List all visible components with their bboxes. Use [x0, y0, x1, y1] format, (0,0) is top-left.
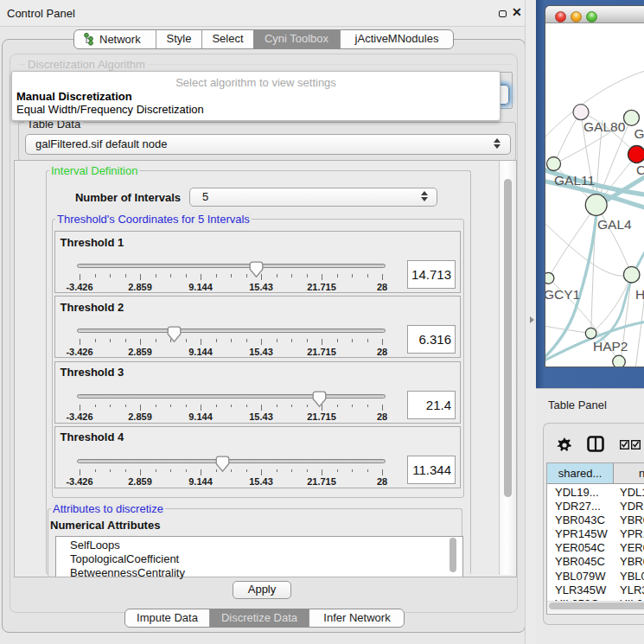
svg-text:GAL11: GAL11: [554, 173, 595, 188]
svg-text:GAL4: GAL4: [597, 217, 632, 232]
svg-text:C: C: [636, 163, 644, 177]
svg-text:H: H: [635, 287, 644, 302]
svg-text:HAP2: HAP2: [593, 339, 628, 354]
svg-text:G.: G.: [634, 126, 644, 141]
svg-text:GCY1: GCY1: [545, 287, 580, 302]
svg-text:GAL80: GAL80: [583, 119, 626, 134]
